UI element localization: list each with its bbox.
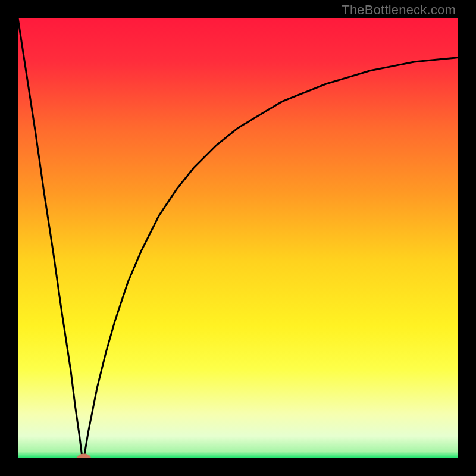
bottleneck-chart [18, 18, 458, 458]
chart-frame [18, 18, 458, 458]
chart-background [18, 18, 458, 458]
watermark-text: TheBottleneck.com [342, 2, 456, 18]
